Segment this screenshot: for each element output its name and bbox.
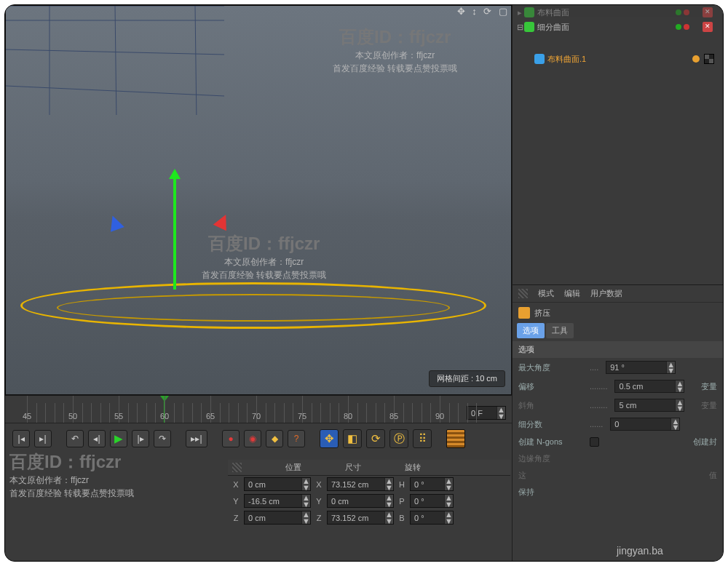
size-Y-input[interactable]: 0 cm▲▼ <box>327 494 394 508</box>
axis-y-arrow[interactable] <box>173 173 176 290</box>
attribute-manager[interactable]: 模式 编辑 用户数据 挤压 选项 工具 选项 最大角度.... 91 °▲▼ 偏… <box>513 284 723 561</box>
max-angle-input[interactable]: 91 °▲▼ <box>606 361 676 374</box>
keyframe-button[interactable]: ◆ <box>266 430 283 447</box>
param-bevel: 斜角........ 5 cm▲▼ 变量 <box>513 396 723 415</box>
menu-mode[interactable]: 模式 <box>538 288 554 299</box>
pos-X-input[interactable]: 0 cm▲▼ <box>244 477 311 491</box>
header-position: 位置 <box>285 462 301 473</box>
transport-bar: |◂ ▸| ↶ ◂| ▶ |▸ ↷ ▸▸| ● ◉ ◆ ? ✥ ◧ ⟳ Ⓟ ⠿ <box>5 423 512 454</box>
param-offset: 偏移........ 0.5 cm▲▼ 变量 <box>513 377 723 396</box>
object-label[interactable]: 细分曲面 <box>537 22 569 33</box>
play-button[interactable]: ▶ <box>110 430 127 447</box>
goto-start-button[interactable]: |◂ <box>12 430 30 447</box>
rot-P-input[interactable]: 0 °▲▼ <box>410 494 454 508</box>
next-key-button[interactable]: ↷ <box>154 430 171 447</box>
expand-icon[interactable]: ⊟ <box>515 23 524 32</box>
goto-end-button[interactable]: ▸| <box>34 430 52 447</box>
tick-label: 70 <box>252 412 261 420</box>
generator-icon <box>524 22 534 32</box>
render-preview-icon[interactable] <box>446 429 465 448</box>
viewport-3d[interactable]: ✥ ↕ ⟳ ▢ 网格间距 : 10 cm <box>5 5 512 395</box>
tool-name: 挤压 <box>534 308 550 319</box>
grid-spacing-hud: 网格间距 : 10 cm <box>429 370 505 387</box>
section-options: 选项 <box>513 341 723 358</box>
timeline-ruler[interactable]: 0 F▲▼ 45505560657075808590 <box>5 396 512 423</box>
bevel-input: 5 cm▲▼ <box>614 399 684 412</box>
param-tool[interactable]: Ⓟ <box>389 429 408 448</box>
object-row-1[interactable]: ⊟ 细分曲面 ✕ <box>513 20 723 34</box>
step-fwd-button[interactable]: |▸ <box>132 430 149 447</box>
tick-label: 65 <box>206 412 215 420</box>
selected-disc-inner <box>57 294 450 322</box>
pos-Y-input[interactable]: -16.5 cm▲▼ <box>244 494 311 508</box>
coord-row: Z0 cm▲▼Z73.152 cm▲▼B0 °▲▼ <box>228 509 510 526</box>
param-misc2: 保持 <box>513 484 723 501</box>
param-max-angle: 最大角度.... 91 °▲▼ <box>513 358 723 377</box>
tick-label: 50 <box>68 412 77 420</box>
param-subdiv: 细分数...... 0▲▼ <box>513 415 723 434</box>
cloth-surface-icon <box>534 54 545 64</box>
record-button[interactable]: ● <box>222 430 240 447</box>
header-rotation: 旋转 <box>405 462 421 473</box>
viewport-nav-icons[interactable]: ✥ ↕ ⟳ ▢ <box>457 6 510 17</box>
offset-input[interactable]: 0.5 cm▲▼ <box>614 380 684 393</box>
tick-label: 85 <box>389 412 398 420</box>
expand-icon[interactable]: ▸ <box>515 8 524 17</box>
grip-icon <box>232 463 242 472</box>
move-tool[interactable]: ✥ <box>320 429 339 448</box>
object-row-2[interactable]: 布料曲面.1 <box>513 52 723 66</box>
tick-label: 80 <box>344 412 352 420</box>
autokey-button[interactable]: ◉ <box>244 430 261 447</box>
object-label[interactable]: 布料曲面 <box>537 7 569 18</box>
subdiv-input[interactable]: 0▲▼ <box>610 418 680 431</box>
tab-tool[interactable]: 工具 <box>546 323 574 338</box>
delete-icon[interactable]: ✕ <box>703 22 713 32</box>
axis-x-arrow[interactable] <box>213 212 233 231</box>
menu-edit[interactable]: 编辑 <box>564 288 580 299</box>
coord-row: X0 cm▲▼X73.152 cm▲▼H0 °▲▼ <box>228 476 510 493</box>
rotate-tool[interactable]: ⟳ <box>366 429 385 448</box>
generator-icon <box>524 7 534 17</box>
object-row-0[interactable]: ▸ 布料曲面 ✕ <box>513 5 723 20</box>
delete-icon[interactable]: ✕ <box>703 7 713 17</box>
prev-key-button[interactable]: ↶ <box>66 430 84 447</box>
tick-label: 60 <box>160 412 169 420</box>
header-size: 尺寸 <box>345 462 361 473</box>
help-button[interactable]: ? <box>288 430 305 447</box>
rot-H-input[interactable]: 0 °▲▼ <box>410 477 454 491</box>
grip-icon <box>518 289 528 298</box>
rot-B-input[interactable]: 0 °▲▼ <box>410 511 454 525</box>
param-misc1: 这 值 <box>513 467 723 484</box>
axis-z-arrow[interactable] <box>106 213 124 232</box>
step-back-button[interactable]: ◂| <box>88 430 106 447</box>
watermark-url: jingyan.ba <box>617 545 663 557</box>
scale-tool[interactable]: ◧ <box>343 429 362 448</box>
coord-row: Y-16.5 cm▲▼Y0 cm▲▼P0 °▲▼ <box>228 493 510 509</box>
tab-options[interactable]: 选项 <box>517 323 545 338</box>
param-ngons: 创建 N-gons 创建封 <box>513 434 723 450</box>
pos-Z-input[interactable]: 0 cm▲▼ <box>244 511 311 525</box>
tick-label: 55 <box>114 412 123 420</box>
menu-userdata[interactable]: 用户数据 <box>590 288 622 299</box>
object-label[interactable]: 布料曲面.1 <box>547 54 586 65</box>
tick-label: 75 <box>298 412 306 420</box>
checker-tag-icon[interactable] <box>704 54 714 64</box>
gizmo-rotation-rings[interactable] <box>6 6 224 115</box>
tag-dot-icon[interactable] <box>692 55 700 63</box>
size-X-input[interactable]: 73.152 cm▲▼ <box>327 477 394 491</box>
param-edge-angle: 边缘角度 <box>513 450 723 467</box>
ngons-checkbox[interactable] <box>590 437 599 447</box>
grid-tool[interactable]: ⠿ <box>413 429 432 448</box>
extrude-tool-icon <box>518 307 530 319</box>
fast-fwd-button[interactable]: ▸▸| <box>186 430 207 447</box>
object-manager[interactable]: ▸ 布料曲面 ✕ ⊟ 细分曲面 ✕ 布料曲面.1 <box>513 5 723 284</box>
coordinates-manager[interactable]: 位置 尺寸 旋转 X0 cm▲▼X73.152 cm▲▼H0 °▲▼Y-16.5… <box>228 460 510 547</box>
tick-label: 45 <box>23 412 31 420</box>
tick-label: 90 <box>435 412 444 420</box>
size-Z-input[interactable]: 73.152 cm▲▼ <box>327 511 394 525</box>
current-frame-field[interactable]: 0 F▲▼ <box>467 406 506 420</box>
